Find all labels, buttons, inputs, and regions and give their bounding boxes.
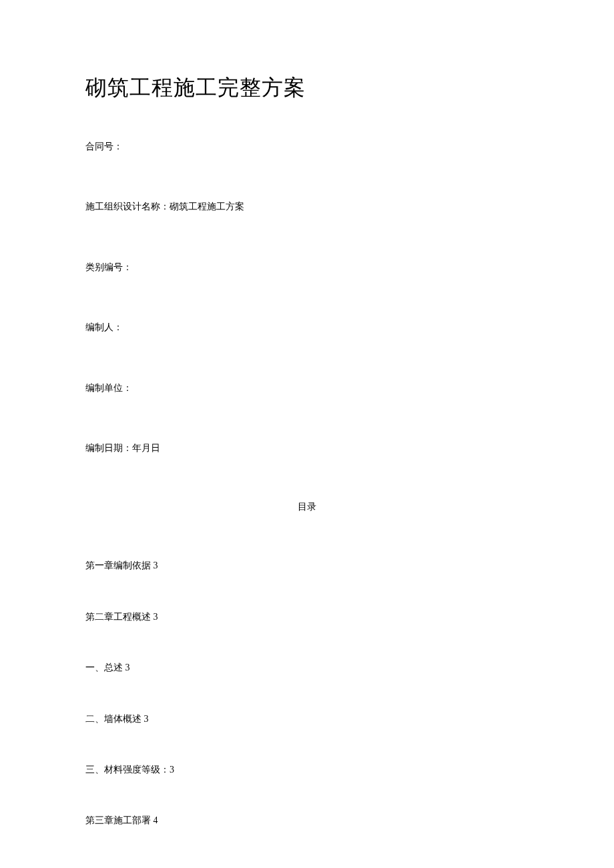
toc-heading: 目录: [85, 501, 529, 513]
toc-item: 第一章编制依据 3: [85, 558, 529, 573]
author-field: 编制人：: [85, 320, 529, 335]
contract-number-field: 合同号：: [85, 139, 529, 154]
toc-item: 二、墙体概述 3: [85, 712, 529, 727]
toc-item: 第二章工程概述 3: [85, 610, 529, 624]
design-name-field: 施工组织设计名称：砌筑工程施工方案: [85, 199, 529, 214]
unit-field: 编制单位：: [85, 381, 529, 396]
toc-item: 第三章施工部署 4: [85, 813, 529, 828]
toc-item: 一、总述 3: [85, 661, 529, 675]
document-title: 砌筑工程施工完整方案: [85, 73, 529, 103]
date-field: 编制日期：年月日: [85, 441, 529, 456]
category-number-field: 类别编号：: [85, 260, 529, 275]
toc-item: 三、材料强度等级：3: [85, 763, 529, 777]
